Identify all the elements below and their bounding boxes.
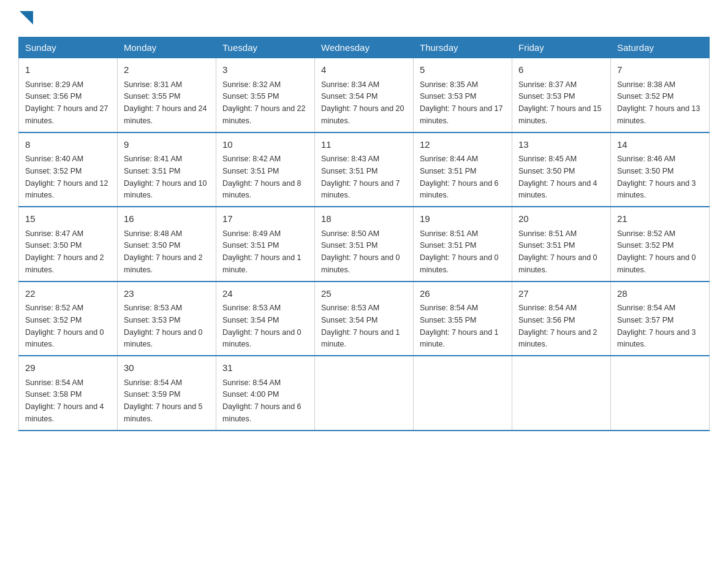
day-cell: 7 Sunrise: 8:38 AM Sunset: 3:52 PM Dayli… (611, 58, 710, 132)
day-cell (414, 356, 512, 431)
day-cell: 20 Sunrise: 8:51 AM Sunset: 3:51 PM Dayl… (512, 207, 611, 282)
day-cell: 27 Sunrise: 8:54 AM Sunset: 3:56 PM Dayl… (512, 282, 611, 356)
daylight-info: Daylight: 7 hours and 7 minutes. (321, 179, 400, 200)
day-number: 3 (222, 63, 308, 77)
daylight-info: Daylight: 7 hours and 0 minutes. (222, 328, 301, 349)
daylight-info: Daylight: 7 hours and 3 minutes. (617, 328, 696, 349)
daylight-info: Daylight: 7 hours and 0 minutes. (321, 253, 400, 274)
day-number: 1 (25, 63, 111, 77)
day-number: 2 (124, 63, 210, 77)
header-cell-wednesday: Wednesday (315, 37, 414, 58)
daylight-info: Daylight: 7 hours and 0 minutes. (518, 253, 597, 274)
day-cell: 17 Sunrise: 8:49 AM Sunset: 3:51 PM Dayl… (216, 207, 315, 282)
daylight-info: Daylight: 7 hours and 0 minutes. (124, 328, 203, 349)
day-number: 28 (617, 287, 703, 301)
sunset-info: Sunset: 3:56 PM (518, 316, 575, 324)
day-cell: 16 Sunrise: 8:48 AM Sunset: 3:50 PM Dayl… (118, 207, 216, 282)
sunset-info: Sunset: 3:51 PM (222, 167, 279, 175)
day-cell: 24 Sunrise: 8:53 AM Sunset: 3:54 PM Dayl… (216, 282, 315, 356)
sunset-info: Sunset: 3:56 PM (25, 92, 82, 101)
day-cell (315, 356, 414, 431)
sunset-info: Sunset: 3:53 PM (124, 316, 180, 324)
sunrise-info: Sunrise: 8:44 AM (420, 155, 478, 163)
sunrise-info: Sunrise: 8:53 AM (222, 304, 281, 312)
day-number: 4 (321, 63, 407, 77)
sunset-info: Sunset: 3:54 PM (222, 316, 279, 324)
day-cell: 11 Sunrise: 8:43 AM Sunset: 3:51 PM Dayl… (315, 132, 414, 207)
sunrise-info: Sunrise: 8:31 AM (124, 80, 182, 89)
daylight-info: Daylight: 7 hours and 20 minutes. (321, 104, 404, 125)
sunset-info: Sunset: 3:51 PM (222, 241, 279, 250)
daylight-info: Daylight: 7 hours and 2 minutes. (25, 253, 104, 274)
sunrise-info: Sunrise: 8:47 AM (25, 229, 83, 238)
daylight-info: Daylight: 7 hours and 0 minutes. (617, 253, 696, 274)
sunrise-info: Sunrise: 8:45 AM (518, 155, 577, 163)
daylight-info: Daylight: 7 hours and 1 minute. (321, 328, 400, 349)
sunset-info: Sunset: 3:54 PM (321, 92, 377, 101)
daylight-info: Daylight: 7 hours and 6 minutes. (222, 402, 301, 423)
sunrise-info: Sunrise: 8:46 AM (617, 155, 675, 163)
day-number: 15 (25, 212, 111, 226)
sunrise-info: Sunrise: 8:37 AM (518, 80, 577, 89)
sunrise-info: Sunrise: 8:29 AM (25, 80, 83, 89)
day-cell: 6 Sunrise: 8:37 AM Sunset: 3:53 PM Dayli… (512, 58, 611, 132)
day-number: 23 (124, 287, 210, 301)
sunset-info: Sunset: 3:52 PM (25, 167, 82, 175)
sunset-info: Sunset: 3:51 PM (321, 167, 377, 175)
week-row-5: 29 Sunrise: 8:54 AM Sunset: 3:58 PM Dayl… (19, 356, 710, 431)
sunrise-info: Sunrise: 8:38 AM (617, 80, 675, 89)
daylight-info: Daylight: 7 hours and 5 minutes. (124, 402, 203, 423)
sunset-info: Sunset: 3:52 PM (617, 241, 673, 250)
day-number: 19 (420, 212, 506, 226)
daylight-info: Daylight: 7 hours and 4 minutes. (25, 402, 104, 423)
sunset-info: Sunset: 3:55 PM (124, 92, 180, 101)
sunset-info: Sunset: 3:53 PM (420, 92, 476, 101)
day-number: 12 (420, 138, 506, 152)
daylight-info: Daylight: 7 hours and 10 minutes. (124, 179, 207, 200)
sunset-info: Sunset: 3:50 PM (617, 167, 673, 175)
day-number: 6 (518, 63, 604, 77)
week-row-4: 22 Sunrise: 8:52 AM Sunset: 3:52 PM Dayl… (19, 282, 710, 356)
day-number: 9 (124, 138, 210, 152)
sunrise-info: Sunrise: 8:53 AM (321, 304, 379, 312)
sunset-info: Sunset: 3:57 PM (617, 316, 673, 324)
daylight-info: Daylight: 7 hours and 6 minutes. (420, 179, 499, 200)
daylight-info: Daylight: 7 hours and 1 minute. (222, 253, 301, 274)
sunrise-info: Sunrise: 8:49 AM (222, 229, 281, 238)
sunset-info: Sunset: 3:51 PM (124, 167, 180, 175)
sunrise-info: Sunrise: 8:54 AM (124, 378, 182, 387)
sunrise-info: Sunrise: 8:34 AM (321, 80, 379, 89)
day-cell: 8 Sunrise: 8:40 AM Sunset: 3:52 PM Dayli… (19, 132, 118, 207)
day-cell: 30 Sunrise: 8:54 AM Sunset: 3:59 PM Dayl… (118, 356, 216, 431)
header-row: SundayMondayTuesdayWednesdayThursdayFrid… (19, 37, 710, 58)
day-number: 10 (222, 138, 308, 152)
daylight-info: Daylight: 7 hours and 2 minutes. (518, 328, 597, 349)
day-cell: 1 Sunrise: 8:29 AM Sunset: 3:56 PM Dayli… (19, 58, 118, 132)
sunrise-info: Sunrise: 8:40 AM (25, 155, 83, 163)
day-cell: 31 Sunrise: 8:54 AM Sunset: 4:00 PM Dayl… (216, 356, 315, 431)
svg-marker-0 (20, 11, 33, 25)
daylight-info: Daylight: 7 hours and 13 minutes. (617, 104, 700, 125)
daylight-info: Daylight: 7 hours and 0 minutes. (25, 328, 104, 349)
calendar-table: SundayMondayTuesdayWednesdayThursdayFrid… (18, 37, 710, 431)
sunset-info: Sunset: 3:52 PM (617, 92, 673, 101)
daylight-info: Daylight: 7 hours and 15 minutes. (518, 104, 602, 125)
sunset-info: Sunset: 3:59 PM (124, 390, 180, 399)
day-cell: 4 Sunrise: 8:34 AM Sunset: 3:54 PM Dayli… (315, 58, 414, 132)
header-cell-saturday: Saturday (611, 37, 710, 58)
day-number: 16 (124, 212, 210, 226)
week-row-2: 8 Sunrise: 8:40 AM Sunset: 3:52 PM Dayli… (19, 132, 710, 207)
day-number: 8 (25, 138, 111, 152)
week-row-3: 15 Sunrise: 8:47 AM Sunset: 3:50 PM Dayl… (19, 207, 710, 282)
daylight-info: Daylight: 7 hours and 12 minutes. (25, 179, 108, 200)
header-cell-thursday: Thursday (414, 37, 512, 58)
week-row-1: 1 Sunrise: 8:29 AM Sunset: 3:56 PM Dayli… (19, 58, 710, 132)
sunset-info: Sunset: 3:51 PM (518, 241, 575, 250)
sunrise-info: Sunrise: 8:50 AM (321, 229, 379, 238)
sunset-info: Sunset: 3:53 PM (518, 92, 575, 101)
sunset-info: Sunset: 4:00 PM (222, 390, 279, 399)
sunset-info: Sunset: 3:51 PM (420, 167, 476, 175)
sunrise-info: Sunrise: 8:54 AM (25, 378, 83, 387)
daylight-info: Daylight: 7 hours and 2 minutes. (124, 253, 203, 274)
day-cell: 5 Sunrise: 8:35 AM Sunset: 3:53 PM Dayli… (414, 58, 512, 132)
